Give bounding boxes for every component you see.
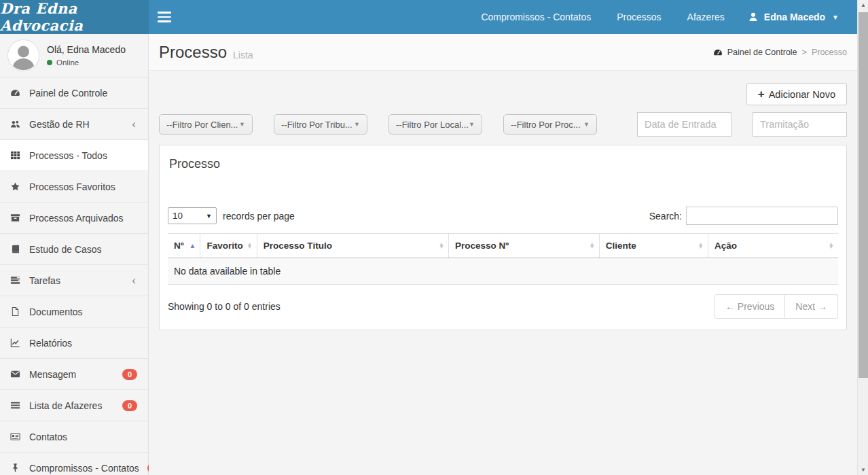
brand-logo[interactable]: Dra Edna Advocacia <box>0 0 149 34</box>
sidebar-item-label: Estudo de Casos <box>29 244 139 255</box>
envelope-icon <box>10 369 21 379</box>
sort-icon: ▲▼ <box>247 243 252 249</box>
scroll-down-arrow-icon[interactable]: ▼ <box>858 467 868 473</box>
dashboard-icon <box>10 88 21 98</box>
filter-row: --Filtro Por Clien...▼ --Filtro Por Trib… <box>159 112 847 137</box>
sidebar-item-painel-de-controle[interactable]: Painel de Controle <box>0 77 148 109</box>
sidebar-item-label: Processos - Todos <box>29 150 139 161</box>
breadcrumb: Painel de Controle > Processo <box>713 48 847 57</box>
filter-local-dropdown[interactable]: --Filtro Por Local...▼ <box>388 114 482 135</box>
user-menu[interactable]: Edna Macedo ▼ <box>738 0 849 34</box>
caret-down-icon: ▼ <box>239 121 245 128</box>
column-header-cliente[interactable]: Cliente ▲▼ <box>599 234 708 258</box>
sidebar-item-label: Compromissos - Contatos <box>29 463 139 474</box>
page-title: Processo <box>159 43 227 62</box>
star-icon <box>10 181 21 192</box>
sidebar-toggle-button[interactable] <box>149 0 180 34</box>
scroll-up-arrow-icon[interactable]: ▲ <box>858 2 868 8</box>
table-empty-row: No data available in table <box>168 258 838 285</box>
sidebar-item-label: Contatos <box>29 432 139 442</box>
data-entrada-input[interactable] <box>637 112 731 137</box>
user-name: Edna Macedo <box>764 12 825 22</box>
grid-icon <box>10 150 21 160</box>
caret-down-icon: ▼ <box>206 213 212 219</box>
badge-count: 0 <box>122 400 137 411</box>
plus-icon: + <box>758 88 765 101</box>
filter-tribunal-dropdown[interactable]: --Filtro Por Tribu...▼ <box>274 114 367 135</box>
breadcrumb-current: Processo <box>812 48 847 57</box>
previous-page-button[interactable]: ← Previous <box>715 294 785 319</box>
column-header-acao[interactable]: Ação ▲▼ <box>708 234 838 258</box>
archive-icon <box>10 213 21 223</box>
avatar <box>8 40 39 71</box>
sort-icon: ▲▼ <box>698 243 703 249</box>
main-content: Processo Lista Painel de Controle > Proc… <box>149 34 857 475</box>
nav-afazeres[interactable]: Afazeres <box>674 0 738 34</box>
book-icon <box>10 244 21 254</box>
sidebar-item-label: Painel de Controle <box>29 88 139 99</box>
filter-processo-dropdown[interactable]: --Filtro Por Proc...▼ <box>503 114 597 135</box>
scrollbar-thumb[interactable] <box>858 12 868 378</box>
sidebar-item-processos-arquivados[interactable]: Processos Arquivados <box>0 203 148 234</box>
sidebar-item-label: Documentos <box>29 306 139 317</box>
breadcrumb-separator: > <box>802 48 807 57</box>
column-header-processo-titulo[interactable]: Processo Título ▲▼ <box>257 234 448 258</box>
sidebar-item-label: Mensagem <box>29 369 114 380</box>
sort-icon: ▲▼ <box>829 243 834 249</box>
sidebar-item-processos-todos[interactable]: Processos - Todos <box>0 140 148 171</box>
sidebar-item-processos-favoritos[interactable]: Processos Favoritos <box>0 171 148 203</box>
sidebar-item-label: Processos Arquivados <box>29 213 139 224</box>
column-header-processo-numero[interactable]: Processo Nº ▲▼ <box>449 234 600 258</box>
sidebar-item-label: Lista de Afazeres <box>29 400 114 411</box>
sidebar-item-tarefas[interactable]: Tarefas ‹ <box>0 265 148 296</box>
breadcrumb-home[interactable]: Painel de Controle <box>727 48 797 57</box>
sidebar: Olá, Edna Macedo Online Painel de Contro… <box>0 34 149 475</box>
sidebar-item-contatos[interactable]: Contatos <box>0 421 148 453</box>
processo-panel: Processo 10 ▼ records per page Search: <box>159 145 847 330</box>
sort-icon: ▲▼ <box>589 243 594 249</box>
hamburger-icon <box>158 12 171 14</box>
caret-down-icon: ▼ <box>583 121 590 128</box>
filter-cliente-dropdown[interactable]: --Filtro Por Clien...▼ <box>159 114 253 135</box>
users-icon <box>10 119 21 129</box>
tasks-icon <box>10 275 21 285</box>
sidebar-item-mensagem[interactable]: Mensagem 0 <box>0 359 148 390</box>
tramitacao-input[interactable] <box>753 112 847 137</box>
page-subtitle: Lista <box>233 44 253 60</box>
sidebar-item-estudo-de-casos[interactable]: Estudo de Casos <box>0 234 148 265</box>
sidebar-item-lista-de-afazeres[interactable]: Lista de Afazeres 0 <box>0 390 148 421</box>
top-navbar: Dra Edna Advocacia Compromissos - Contat… <box>0 0 857 34</box>
content-area: + Adicionar Novo --Filtro Por Clien...▼ … <box>149 71 857 330</box>
search-input[interactable] <box>686 207 838 225</box>
empty-message: No data available in table <box>168 258 838 285</box>
sidebar-item-label: Relatórios <box>29 338 139 349</box>
sidebar-item-compromissos-contatos[interactable]: Compromissos - Contatos 0 <box>0 453 148 475</box>
chevron-left-icon: ‹ <box>132 275 136 286</box>
next-page-button[interactable]: Next → <box>785 294 838 319</box>
column-header-favorito[interactable]: Favorito ▲▼ <box>200 234 257 258</box>
online-dot-icon <box>47 60 52 65</box>
navbar-menu: Compromissos - Contatos Processos Afazer… <box>468 0 857 34</box>
page-header: Processo Lista Painel de Controle > Proc… <box>149 34 857 71</box>
records-per-page-select[interactable]: 10 ▼ <box>168 207 217 224</box>
document-icon <box>10 306 21 317</box>
sidebar-item-label: Processos Favoritos <box>29 181 139 192</box>
add-new-button[interactable]: + Adicionar Novo <box>746 83 847 105</box>
sidebar-item-gestao-de-rh[interactable]: Gestão de RH ‹ <box>0 109 148 140</box>
sidebar-user-panel: Olá, Edna Macedo Online <box>0 34 148 77</box>
sidebar-item-label: Gestão de RH <box>29 119 124 130</box>
sidebar-item-relatorios[interactable]: Relatórios <box>0 328 148 359</box>
nav-compromissos-contatos[interactable]: Compromissos - Contatos <box>468 0 604 34</box>
caret-down-icon: ▼ <box>832 14 839 21</box>
records-per-page-label: records per page <box>223 211 295 222</box>
vertical-scrollbar[interactable]: ▲ ▼ <box>857 0 868 475</box>
sidebar-item-documentos[interactable]: Documentos <box>0 296 148 328</box>
search-label: Search: <box>649 211 682 222</box>
sort-asc-icon: ▲ <box>189 243 196 249</box>
dashboard-icon <box>713 48 723 57</box>
user-icon <box>748 12 759 22</box>
app-window: Dra Edna Advocacia Compromissos - Contat… <box>0 0 868 475</box>
nav-processos[interactable]: Processos <box>604 0 674 34</box>
line-chart-icon <box>10 338 21 348</box>
column-header-numero[interactable]: Nº ▲ <box>168 234 200 258</box>
